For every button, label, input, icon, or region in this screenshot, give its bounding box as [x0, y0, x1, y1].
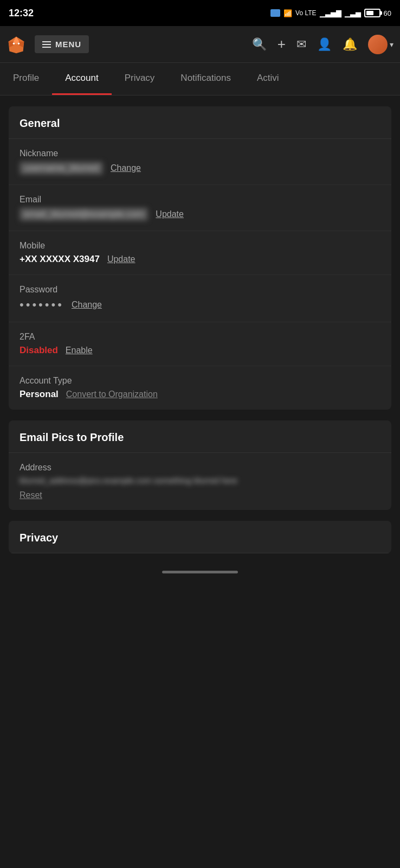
- status-icons: 📶 Vo LTE ▁▃▅▇ ▁▃▅ 60: [270, 9, 391, 17]
- content: General Nickname username_blurred Change…: [0, 106, 400, 553]
- email-value-row: email_blurred@example.com Update: [20, 208, 380, 221]
- mobile-update-button[interactable]: Update: [107, 254, 136, 264]
- twofa-field: 2FA Disabled Enable: [9, 322, 391, 366]
- email-pics-title: Email Pics to Profile: [9, 420, 391, 453]
- tab-notifications[interactable]: Notifications: [167, 63, 244, 95]
- privacy-title: Privacy: [9, 521, 391, 553]
- privacy-section: Privacy: [9, 521, 391, 553]
- nav-icons: 🔍 + ✉ 👤 🔔 ▾: [252, 35, 393, 54]
- nickname-field: Nickname username_blurred Change: [9, 139, 391, 185]
- email-pics-address-value: blurred_address@pics.example.com somethi…: [20, 476, 380, 485]
- password-change-button[interactable]: Change: [72, 300, 102, 310]
- wifi-icon: 📶: [283, 9, 292, 17]
- nickname-value-row: username_blurred Change: [20, 162, 380, 175]
- twofa-value-row: Disabled Enable: [20, 345, 380, 356]
- avatar-container[interactable]: ▾: [368, 35, 393, 54]
- status-time: 12:32: [9, 8, 34, 19]
- account-type-label: Account Type: [20, 376, 380, 386]
- mobile-value-row: +XX XXXXX X3947 Update: [20, 254, 380, 265]
- account-type-value: Personal: [20, 389, 59, 400]
- mail-icon[interactable]: ✉: [296, 37, 306, 52]
- twofa-label: 2FA: [20, 332, 380, 342]
- email-update-button[interactable]: Update: [156, 209, 184, 219]
- add-icon[interactable]: +: [278, 36, 286, 53]
- email-value: email_blurred@example.com: [20, 208, 148, 221]
- account-type-value-row: Personal Convert to Organization: [20, 389, 380, 400]
- email-pics-address-label: Address: [20, 463, 380, 473]
- password-field: Password ••••••• Change: [9, 275, 391, 322]
- menu-label: MENU: [55, 40, 81, 49]
- notification-icon: [270, 9, 280, 17]
- nickname-value: username_blurred: [20, 162, 103, 175]
- nav-bar: MENU 🔍 + ✉ 👤 🔔 ▾: [0, 26, 400, 63]
- password-value-row: ••••••• Change: [20, 298, 380, 312]
- mobile-value: +XX XXXXX X3947: [20, 254, 100, 265]
- menu-button[interactable]: MENU: [35, 35, 89, 53]
- signal-icon: Vo LTE: [295, 9, 316, 17]
- nickname-label: Nickname: [20, 149, 380, 158]
- email-pics-address-field: Address blurred_address@pics.example.com…: [9, 453, 391, 510]
- account-type-field: Account Type Personal Convert to Organiz…: [9, 366, 391, 410]
- battery-level: 60: [384, 9, 391, 17]
- signal-bars2-icon: ▁▃▅: [345, 9, 361, 17]
- nickname-change-button[interactable]: Change: [111, 163, 141, 173]
- chevron-down-icon: ▾: [390, 40, 393, 49]
- home-indicator: [162, 571, 238, 573]
- tabs-container: Profile Account Privacy Notifications Ac…: [0, 63, 400, 95]
- tab-activity[interactable]: Activi: [244, 63, 292, 95]
- email-label: Email: [20, 195, 380, 205]
- status-bar: 12:32 📶 Vo LTE ▁▃▅▇ ▁▃▅ 60: [0, 0, 400, 26]
- tab-privacy[interactable]: Privacy: [112, 63, 168, 95]
- twofa-status: Disabled: [20, 345, 58, 356]
- convert-to-org-button[interactable]: Convert to Organization: [66, 390, 158, 399]
- search-icon[interactable]: 🔍: [252, 37, 267, 52]
- svg-point-6: [13, 42, 15, 44]
- bottom-indicator: [0, 564, 400, 578]
- general-title: General: [9, 106, 391, 139]
- tab-profile[interactable]: Profile: [0, 63, 52, 95]
- email-field: Email email_blurred@example.com Update: [9, 185, 391, 231]
- signal-bars-icon: ▁▃▅▇: [320, 9, 341, 17]
- mobile-label: Mobile: [20, 241, 380, 251]
- hamburger-icon: [42, 41, 51, 48]
- tab-account[interactable]: Account: [52, 63, 111, 95]
- password-label: Password: [20, 285, 380, 295]
- password-dots: •••••••: [20, 298, 64, 312]
- battery-icon: [364, 9, 380, 17]
- fox-logo: [7, 35, 26, 54]
- email-pics-reset-button[interactable]: Reset: [20, 490, 42, 500]
- avatar: [368, 35, 388, 54]
- user-icon[interactable]: 👤: [317, 37, 332, 52]
- general-section: General Nickname username_blurred Change…: [9, 106, 391, 410]
- email-pics-section: Email Pics to Profile Address blurred_ad…: [9, 420, 391, 510]
- mobile-field: Mobile +XX XXXXX X3947 Update: [9, 231, 391, 275]
- bell-icon[interactable]: 🔔: [343, 37, 357, 52]
- twofa-enable-button[interactable]: Enable: [66, 346, 93, 355]
- svg-point-7: [18, 42, 20, 44]
